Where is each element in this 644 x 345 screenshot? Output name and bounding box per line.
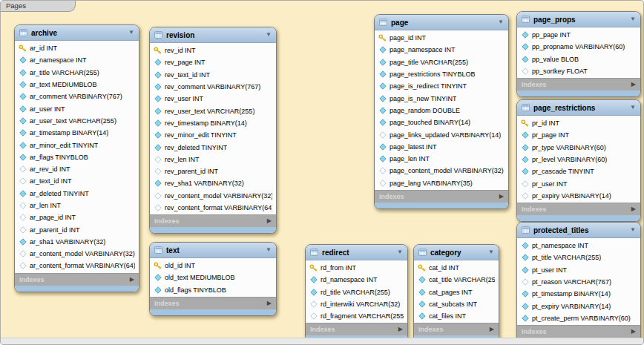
collapse-triangle-icon[interactable]: ▼ (630, 105, 636, 111)
table-header[interactable]: revision ▼ (150, 27, 276, 43)
indexes-footer[interactable]: Indexes ▶ (517, 325, 640, 338)
column-row[interactable]: pr_page INT (517, 129, 640, 141)
column-row[interactable]: rev_len INT (150, 154, 276, 165)
column-row[interactable]: ar_len INT (15, 200, 139, 211)
column-row[interactable]: cat_title VARCHAR(255) (414, 274, 499, 286)
column-row[interactable]: page_content_model VARBINARY(32) (375, 165, 508, 177)
column-row[interactable]: pp_value BLOB (517, 53, 640, 65)
column-row[interactable]: rd_namespace INT (306, 274, 407, 286)
table-header[interactable]: page ▼ (375, 15, 508, 30)
indexes-footer[interactable]: Indexes ▶ (306, 323, 407, 335)
table-header[interactable]: text ▼ (150, 243, 276, 258)
indexes-footer[interactable]: Indexes ▶ (15, 273, 139, 286)
column-row[interactable]: ar_comment VARBINARY(767) (15, 91, 139, 102)
column-row[interactable]: rev_deleted TINYINT (150, 141, 276, 153)
column-row[interactable]: rev_user_text VARCHAR(255) (150, 105, 276, 116)
column-row[interactable]: rev_page INT (150, 56, 276, 68)
table-page_props[interactable]: page_props ▼ pp_page INT pp_propname VAR… (516, 11, 641, 97)
column-row[interactable]: ar_flags TINYBLOB (15, 151, 139, 163)
indexes-footer[interactable]: Indexes ▶ (414, 323, 499, 335)
column-row[interactable]: rev_text_id INT (150, 69, 276, 81)
table-header[interactable]: page_restrictions ▼ (517, 100, 640, 116)
column-row[interactable]: page_id INT (375, 32, 508, 44)
indexes-footer[interactable]: Indexes ▶ (150, 214, 276, 227)
column-row[interactable]: pt_timestamp BINARY(14) (517, 288, 640, 300)
column-row[interactable]: rev_parent_id INT (150, 165, 276, 177)
column-row[interactable]: ar_deleted TINYINT (15, 188, 139, 200)
column-row[interactable]: pr_user INT (517, 177, 640, 189)
column-row[interactable]: ar_text_id INT (15, 175, 139, 187)
column-row[interactable]: ar_title VARCHAR(255) (15, 67, 139, 79)
column-row[interactable]: pp_page INT (517, 29, 640, 41)
column-row[interactable]: rev_minor_edit TINYINT (150, 129, 276, 141)
column-row[interactable]: rev_comment VARBINARY(767) (150, 81, 276, 93)
column-row[interactable]: page_is_new TINYINT (375, 92, 508, 104)
column-row[interactable]: page_links_updated VARBINARY(14) (375, 128, 508, 140)
column-row[interactable]: pp_sortkey FLOAT (517, 65, 640, 77)
column-row[interactable]: pt_reason VARCHAR(767) (517, 276, 640, 288)
column-row[interactable]: page_touched BINARY(14) (375, 116, 508, 128)
column-row[interactable]: page_latest INT (375, 141, 508, 153)
column-row[interactable]: page_namespace INT (375, 44, 508, 56)
column-row[interactable]: rev_content_model VARBINARY(32) (150, 190, 276, 202)
column-row[interactable]: rd_title VARCHAR(255) (306, 286, 407, 298)
table-page[interactable]: page ▼ page_id INT page_namespace INT pa… (374, 14, 509, 209)
column-row[interactable]: ar_user INT (15, 102, 139, 114)
collapse-triangle-icon[interactable]: ▼ (630, 16, 636, 22)
collapse-triangle-icon[interactable]: ▼ (498, 19, 504, 25)
column-row[interactable]: ar_namespace INT (15, 54, 139, 66)
column-row[interactable]: pr_type VARBINARY(60) (517, 142, 640, 154)
column-row[interactable]: rev_content_format VARBINARY(64) (150, 202, 276, 214)
column-row[interactable]: ar_user_text VARCHAR(255) (15, 115, 139, 127)
column-row[interactable]: page_random DOUBLE (375, 105, 508, 116)
column-row[interactable]: rev_sha1 VARBINARY(32) (150, 177, 276, 189)
column-row[interactable]: ar_timestamp BINARY(14) (15, 127, 139, 139)
column-row[interactable]: ar_content_format VARBINARY(64) (15, 260, 139, 272)
table-archive[interactable]: archive ▼ ar_id INT ar_namespace INT ar_… (14, 24, 139, 292)
collapse-triangle-icon[interactable]: ▼ (630, 227, 636, 233)
column-row[interactable]: rd_interwiki VARCHAR(32) (306, 298, 407, 310)
table-revision[interactable]: revision ▼ rev_id INT rev_page INT rev_t… (149, 27, 277, 234)
column-row[interactable]: ar_text MEDIUMBLOB (15, 79, 139, 91)
column-row[interactable]: pt_title VARCHAR(255) (517, 252, 640, 263)
indexes-footer[interactable]: Indexes ▶ (517, 78, 640, 91)
column-row[interactable]: ar_parent_id INT (15, 223, 139, 235)
column-row[interactable]: old_id INT (150, 260, 276, 272)
column-row[interactable]: rev_id INT (150, 45, 276, 56)
table-protected_titles[interactable]: protected_titles ▼ pt_namespace INT pt_t… (516, 222, 641, 344)
column-row[interactable]: ar_page_id INT (15, 211, 139, 223)
column-row[interactable]: rd_fragment VARCHAR(255) (306, 310, 407, 322)
collapse-triangle-icon[interactable]: ▼ (128, 30, 134, 36)
column-row[interactable]: page_lang VARBINARY(35) (375, 177, 508, 189)
column-row[interactable]: pt_namespace INT (517, 240, 640, 252)
column-row[interactable]: rev_timestamp BINARY(14) (150, 117, 276, 129)
table-category[interactable]: category ▼ cat_id INT cat_title VARCHAR(… (413, 244, 499, 342)
column-row[interactable]: old_flags TINYBLOB (150, 284, 276, 296)
table-redirect[interactable]: redirect ▼ rd_from INT rd_namespace INT … (305, 244, 408, 342)
collapse-triangle-icon[interactable]: ▼ (488, 249, 494, 255)
column-row[interactable]: pr_expiry VARBINARY(14) (517, 190, 640, 202)
column-row[interactable]: cat_id INT (414, 262, 499, 274)
table-header[interactable]: redirect ▼ (306, 245, 407, 260)
column-row[interactable]: pp_propname VARBINARY(60) (517, 41, 640, 53)
table-page_restrictions[interactable]: page_restrictions ▼ pr_id INT pr_page IN… (516, 99, 641, 222)
column-row[interactable]: ar_rev_id INT (15, 163, 139, 175)
indexes-footer[interactable]: Indexes ▶ (517, 203, 640, 215)
column-row[interactable]: old_text MEDIUMBLOB (150, 272, 276, 283)
column-row[interactable]: pr_id INT (517, 117, 640, 129)
column-row[interactable]: ar_content_model VARBINARY(32) (15, 248, 139, 260)
indexes-footer[interactable]: Indexes ▶ (150, 297, 276, 309)
column-row[interactable]: page_title VARCHAR(255) (375, 56, 508, 68)
table-header[interactable]: page_props ▼ (517, 12, 640, 27)
tab-pages[interactable]: Pages (1, 1, 76, 12)
column-row[interactable]: ar_minor_edit TINYINT (15, 139, 139, 151)
table-header[interactable]: category ▼ (414, 245, 499, 260)
column-row[interactable]: pt_create_perm VARBINARY(60) (517, 312, 640, 324)
column-row[interactable]: pr_cascade TINYINT (517, 165, 640, 177)
column-row[interactable]: page_len INT (375, 153, 508, 165)
column-row[interactable]: rev_user INT (150, 93, 276, 105)
collapse-triangle-icon[interactable]: ▼ (397, 249, 403, 255)
table-text[interactable]: text ▼ old_id INT old_text MEDIUMBLOB ol… (149, 242, 277, 316)
column-row[interactable]: cat_subcats INT (414, 298, 499, 310)
column-row[interactable]: page_restrictions TINYBLOB (375, 68, 508, 80)
